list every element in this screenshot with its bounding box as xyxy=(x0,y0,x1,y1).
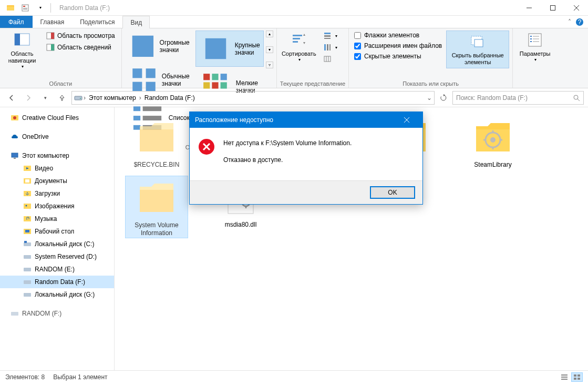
tree-videos[interactable]: Видео xyxy=(0,162,114,175)
svg-rect-59 xyxy=(530,41,532,42)
svg-rect-98 xyxy=(561,377,568,378)
svg-rect-67 xyxy=(12,153,18,157)
chevron-right-icon[interactable]: › xyxy=(139,94,141,102)
svg-rect-30 xyxy=(203,74,210,80)
dialog-close-button[interactable] xyxy=(396,112,417,128)
search-input[interactable]: Поиск: Random Data (F:) xyxy=(452,91,584,105)
error-icon xyxy=(198,138,215,155)
svg-rect-4 xyxy=(23,8,27,8)
tree-onedrive[interactable]: OneDrive xyxy=(0,130,114,143)
qat-properties-icon[interactable] xyxy=(19,2,32,14)
tree-documents[interactable]: Документы xyxy=(0,175,114,187)
collapse-ribbon-icon[interactable]: ˄ xyxy=(568,18,571,26)
help-icon[interactable]: ? xyxy=(575,18,584,26)
svg-rect-84 xyxy=(11,312,18,316)
svg-rect-60 xyxy=(533,41,539,42)
sort-button[interactable]: Сортировать ▾ xyxy=(280,31,318,63)
svg-rect-53 xyxy=(474,39,483,47)
close-button[interactable] xyxy=(564,0,588,16)
up-button[interactable] xyxy=(55,90,69,105)
size-columns-button[interactable] xyxy=(320,54,341,64)
ribbon: Область навигации ▾ Область просмотра Об… xyxy=(0,28,588,88)
refresh-button[interactable] xyxy=(437,91,450,105)
group-by-button[interactable]: ▾ xyxy=(320,31,341,41)
navigation-pane-button[interactable]: Область навигации ▾ xyxy=(3,31,41,70)
tree-music[interactable]: Музыка xyxy=(0,212,114,225)
tab-file[interactable]: Файл xyxy=(0,16,33,28)
tree-local-g[interactable]: Локальный диск (G:) xyxy=(0,288,114,301)
tree-random-f2[interactable]: RANDOM (F:) xyxy=(0,307,114,320)
tree-pictures[interactable]: Изображения xyxy=(0,200,114,212)
svg-rect-3 xyxy=(23,6,25,7)
svg-rect-33 xyxy=(203,82,210,88)
svg-point-74 xyxy=(26,205,27,207)
folder-system-volume-information[interactable]: System Volume Information xyxy=(125,176,188,238)
svg-rect-82 xyxy=(24,280,31,284)
svg-point-62 xyxy=(80,98,81,99)
back-button[interactable] xyxy=(4,90,19,105)
preview-pane-button[interactable]: Область просмотра xyxy=(43,31,118,41)
svg-rect-57 xyxy=(530,38,532,39)
layout-scroll-up-icon[interactable]: ▴ xyxy=(266,31,273,37)
options-button[interactable]: Параметры ▾ xyxy=(516,31,554,63)
nav-tree[interactable]: Creative Cloud Files OneDrive Этот компь… xyxy=(0,107,115,370)
layout-extra-large[interactable]: Огромные значки xyxy=(125,31,193,62)
tree-random-data-f[interactable]: Random Data (F:) xyxy=(0,276,114,288)
tree-random-e[interactable]: RANDOM (E:) xyxy=(0,263,114,276)
recent-dropdown[interactable]: ▾ xyxy=(38,90,53,105)
breadcrumb-dropdown-icon[interactable]: ⌄ xyxy=(427,94,432,102)
folder-steamlibrary[interactable]: SteamLibrary xyxy=(461,116,524,169)
svg-text:?: ? xyxy=(578,18,582,26)
svg-rect-78 xyxy=(24,242,31,246)
dialog-titlebar[interactable]: Расположение недоступно xyxy=(190,112,422,128)
item-checkboxes-checkbox[interactable]: Флажки элементов xyxy=(352,31,444,40)
tab-view[interactable]: Вид xyxy=(122,16,150,28)
svg-rect-102 xyxy=(574,378,576,380)
svg-rect-83 xyxy=(24,293,31,297)
svg-rect-56 xyxy=(533,36,539,37)
tree-downloads[interactable]: Загрузки xyxy=(0,187,114,200)
file-extensions-checkbox[interactable]: Расширения имен файлов xyxy=(352,41,444,50)
crumb-drive[interactable]: Random Data (F:) xyxy=(142,94,197,102)
tree-desktop[interactable]: Рабочий стол xyxy=(0,225,114,238)
svg-rect-61 xyxy=(75,96,82,100)
tree-creative-cloud[interactable]: Creative Cloud Files xyxy=(0,112,114,124)
svg-rect-18 xyxy=(132,36,153,57)
qat-dropdown-icon[interactable]: ▾ xyxy=(34,2,46,14)
tree-local-c[interactable]: Локальный диск (C:) xyxy=(0,238,114,250)
folder-recycle-bin[interactable]: $RECYCLE.BIN xyxy=(125,116,188,169)
svg-rect-103 xyxy=(577,378,580,380)
minimize-button[interactable] xyxy=(517,0,541,16)
hidden-items-checkbox[interactable]: Скрытые элементы xyxy=(352,52,444,61)
dialog-ok-button[interactable]: OK xyxy=(370,186,415,199)
tab-home[interactable]: Главная xyxy=(33,16,73,28)
tree-system-reserved[interactable]: System Reserved (D:) xyxy=(0,250,114,263)
hide-selected-button[interactable]: Скрыть выбранные элементы xyxy=(446,31,509,68)
details-pane-button[interactable]: Область сведений xyxy=(43,42,118,53)
svg-rect-68 xyxy=(14,158,16,159)
svg-rect-43 xyxy=(324,33,331,34)
chevron-right-icon[interactable]: › xyxy=(84,94,86,102)
qat-folder-icon[interactable] xyxy=(4,2,17,14)
svg-rect-48 xyxy=(329,44,331,50)
svg-rect-29 xyxy=(205,38,226,59)
forward-button[interactable] xyxy=(21,90,36,105)
tab-share[interactable]: Поделиться xyxy=(72,16,122,28)
tree-this-pc[interactable]: Этот компьютер xyxy=(0,149,114,162)
add-columns-button[interactable]: ▾ xyxy=(320,42,341,53)
navbar: ▾ › Этот компьютер › Random Data (F:) ⌄ … xyxy=(0,88,588,107)
crumb-this-pc[interactable]: Этот компьютер xyxy=(87,94,138,102)
breadcrumb[interactable]: › Этот компьютер › Random Data (F:) ⌄ xyxy=(71,91,435,105)
details-view-toggle[interactable] xyxy=(559,372,570,382)
layout-expand-icon[interactable]: ▿ xyxy=(266,62,273,68)
maximize-button[interactable] xyxy=(541,0,564,16)
titlebar: ▾ Random Data (F:) xyxy=(0,0,588,16)
layout-large[interactable]: Крупные значки xyxy=(195,31,264,67)
icons-view-toggle[interactable] xyxy=(571,372,583,382)
search-icon xyxy=(573,94,580,102)
layout-scroll-down-icon[interactable]: ▾ xyxy=(266,46,273,53)
svg-point-63 xyxy=(574,95,578,99)
error-dialog: Расположение недоступно Нет доступа к F:… xyxy=(189,112,423,205)
svg-rect-45 xyxy=(324,38,331,39)
ribbon-group-layout: Огромные значки Обычные значки Список Кр… xyxy=(122,28,277,88)
